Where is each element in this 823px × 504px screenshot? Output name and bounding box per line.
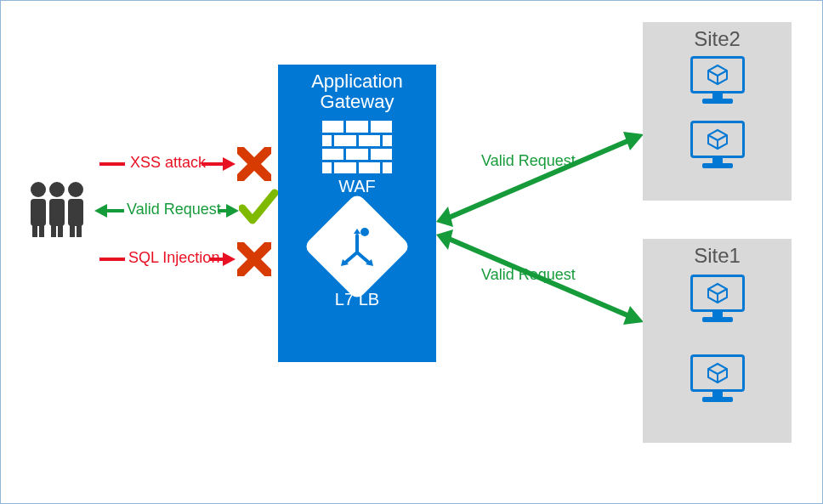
label-out-site2: Valid Request bbox=[481, 152, 576, 170]
diagram-canvas: XSS attack Valid Request SQL Injection A… bbox=[0, 0, 823, 504]
arrow-to-site2 bbox=[436, 128, 649, 230]
allowed-check-icon bbox=[239, 188, 278, 230]
site1-box: Site1 bbox=[643, 239, 792, 443]
svg-rect-11 bbox=[77, 222, 82, 237]
svg-point-22 bbox=[360, 228, 369, 236]
app-gateway-box: Application Gateway WAF bbox=[278, 65, 436, 362]
label-sqli: SQL Injection bbox=[128, 249, 219, 267]
svg-rect-6 bbox=[51, 222, 56, 237]
svg-marker-31 bbox=[436, 229, 453, 250]
label-out-site1: Valid Request bbox=[481, 266, 576, 284]
vm-icon bbox=[690, 275, 745, 324]
waf-label: WAF bbox=[278, 177, 436, 196]
svg-rect-2 bbox=[32, 222, 37, 237]
svg-rect-10 bbox=[70, 222, 75, 237]
svg-rect-7 bbox=[58, 222, 63, 237]
label-xss: XSS attack bbox=[130, 154, 206, 172]
svg-point-8 bbox=[68, 182, 83, 197]
svg-rect-3 bbox=[39, 222, 44, 237]
svg-marker-15 bbox=[94, 204, 107, 218]
load-balancer-icon bbox=[319, 208, 395, 285]
svg-marker-28 bbox=[436, 207, 453, 227]
svg-marker-14 bbox=[223, 157, 236, 171]
blocked-x-icon-sqli bbox=[237, 242, 271, 276]
vm-icon bbox=[690, 121, 745, 170]
site1-title: Site1 bbox=[643, 244, 792, 268]
site2-box: Site2 bbox=[643, 22, 792, 201]
users-icon bbox=[23, 179, 91, 242]
label-valid-in: Valid Request bbox=[127, 201, 221, 218]
vm-icon bbox=[690, 56, 745, 105]
svg-marker-18 bbox=[226, 204, 239, 218]
svg-point-4 bbox=[49, 182, 65, 197]
site2-title: Site2 bbox=[643, 27, 792, 51]
firewall-icon bbox=[322, 121, 392, 173]
gateway-title: Application Gateway bbox=[278, 71, 436, 112]
vm-icon bbox=[690, 354, 745, 404]
blocked-x-icon-xss bbox=[237, 147, 271, 181]
svg-marker-25 bbox=[354, 229, 360, 234]
svg-marker-21 bbox=[223, 252, 236, 266]
svg-point-0 bbox=[31, 182, 46, 197]
